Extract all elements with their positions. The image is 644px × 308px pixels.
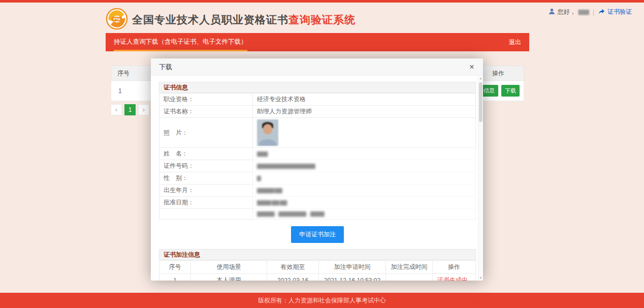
field-label: 性 别：: [159, 172, 253, 184]
field-label: 姓 名：: [159, 148, 253, 160]
field-value-redacted: ▇: [253, 172, 476, 184]
field-value-redacted: ▇▇▇: [253, 148, 476, 160]
table-row: 性 别： ▇: [159, 172, 476, 184]
cell-complete-time: [386, 274, 433, 281]
field-label: 证书名称：: [159, 106, 253, 118]
column-header: 加注完成时间: [386, 261, 433, 274]
close-icon[interactable]: ×: [467, 62, 477, 72]
table-row: 证书名称： 助理人力资源管理师: [159, 106, 476, 118]
page-title-main: 全国专业技术人员职业资格证书: [132, 14, 288, 25]
table-row: 证件号码： ▇▇▇▇▇▇▇▇▇▇▇▇▇▇▇▇▇: [159, 160, 476, 172]
field-label: 批准日期：: [159, 197, 253, 209]
logo-text: PTA: [113, 17, 120, 21]
pta-logo-icon: PTA: [106, 8, 128, 32]
column-header: 序号: [159, 261, 191, 274]
annotation-header-row: 序号 使用场景 有效期至 加注申请时间 加注完成时间 操作: [159, 261, 476, 274]
table-row: 批准日期： ▇▇▇▇-▇▇-▇▇: [159, 197, 476, 209]
cell-scene: 本人调用: [191, 274, 267, 281]
annotation-table: 序号 使用场景 有效期至 加注申请时间 加注完成时间 操作 1 本人调用 202…: [159, 260, 476, 281]
field-value: 助理人力资源管理师: [253, 106, 476, 118]
download-modal: 下载 × 证书信息 职业资格： 经济专业技术资格 证书名称： 助理人力资源管理师…: [151, 58, 483, 281]
copyright-text: 版权所有：人力资源和社会保障部人事考试中心: [258, 297, 386, 304]
field-value-redacted: ▇▇▇▇-▇▇-▇▇: [253, 197, 476, 209]
user-icon: [549, 8, 555, 16]
certificate-info-table: 职业资格： 经济专业技术资格 证书名称： 助理人力资源管理师 照 片： 姓 名: [159, 93, 476, 220]
header: PTA 全国专业技术人员职业资格证书查询验证系统 您好， ▇▇▇ | 证书验证: [0, 3, 644, 33]
apply-annotation-button[interactable]: 申请证书加注: [291, 226, 344, 243]
modal-title: 下载: [159, 63, 172, 71]
nav-bar: 持证人查询下载（含电子证书、电子文件下载） 退出: [106, 33, 529, 51]
greeting-text: 您好，: [558, 8, 576, 16]
field-value-redacted: ▇▇▇▇▇：▇▇▇▇▇▇▇▇，▇▇▇▇: [253, 209, 476, 220]
apply-button-row: 申请证书加注: [159, 226, 476, 243]
brand: PTA 全国专业技术人员职业资格证书查询验证系统: [106, 8, 356, 32]
page-title-accent: 查询验证系统: [288, 14, 356, 25]
download-button[interactable]: 下载: [501, 85, 520, 97]
certificate-verify-link[interactable]: 证书验证: [607, 8, 632, 16]
prev-page-button[interactable]: ‹: [111, 104, 122, 115]
table-row: 1 本人调用 2022-03-16 2021-12-16 10:53:02 证书…: [159, 274, 476, 281]
current-page-button[interactable]: 1: [124, 104, 136, 115]
scroll-up-icon[interactable]: ▴: [478, 76, 483, 80]
separator: |: [593, 9, 594, 16]
share-arrow-icon: [598, 8, 605, 16]
field-value-redacted: ▇▇▇▇▇▇▇▇▇▇▇▇▇▇▇▇▇: [253, 160, 476, 172]
scrollbar-thumb[interactable]: [479, 82, 482, 122]
cell-seq: 1: [159, 274, 191, 281]
field-value: [253, 118, 476, 148]
cell-apply-time: 2021-12-16 10:53:02: [319, 274, 386, 281]
certificate-photo: [257, 119, 278, 146]
footer: 版权所有：人力资源和社会保障部人事考试中心: [0, 293, 644, 308]
column-header: 有效期至: [267, 261, 319, 274]
page-title: 全国专业技术人员职业资格证书查询验证系统: [132, 13, 356, 27]
field-label: 照 片：: [159, 118, 253, 148]
table-row: 姓 名： ▇▇▇: [159, 148, 476, 160]
field-value: 经济专业技术资格: [253, 94, 476, 106]
table-row: 照 片：: [159, 118, 476, 148]
table-row: 出生年月： ▇▇▇▇▇ ▇▇: [159, 184, 476, 197]
modal-scrollbar[interactable]: ▴ ▾: [478, 76, 482, 280]
field-label: [159, 209, 253, 220]
modal-body: 证书信息 职业资格： 经济专业技术资格 证书名称： 助理人力资源管理师 照 片：: [151, 76, 478, 281]
cert-generating-link[interactable]: 证书生成中..: [437, 276, 471, 281]
field-label: 职业资格：: [159, 94, 253, 106]
user-bar: 您好， ▇▇▇ | 证书验证: [549, 8, 632, 16]
section-title-cert-info: 证书信息: [159, 82, 476, 93]
next-page-button[interactable]: ›: [138, 104, 149, 115]
column-header: 使用场景: [191, 261, 267, 274]
field-value-redacted: ▇▇▇▇▇ ▇▇: [253, 184, 476, 197]
column-header: 加注申请时间: [319, 261, 386, 274]
column-header: 操作: [433, 261, 476, 274]
logout-button[interactable]: 退出: [509, 33, 521, 51]
cell-valid-until: 2022-03-16: [267, 274, 319, 281]
table-row: ▇▇▇▇▇：▇▇▇▇▇▇▇▇，▇▇▇▇: [159, 209, 476, 220]
field-label: 出生年月：: [159, 184, 253, 197]
tab-holder-query-download[interactable]: 持证人查询下载（含电子证书、电子文件下载）: [114, 33, 247, 51]
scroll-down-icon[interactable]: ▾: [478, 276, 483, 280]
modal-header: 下载 ×: [151, 58, 483, 76]
table-row: 职业资格： 经济专业技术资格: [159, 94, 476, 106]
section-title-annotation-info: 证书加注信息: [159, 249, 476, 260]
field-label: 证件号码：: [159, 160, 253, 172]
username: ▇▇▇: [578, 9, 589, 15]
